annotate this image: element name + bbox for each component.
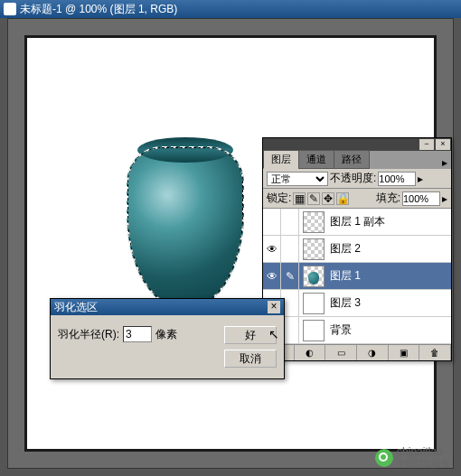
blend-row: 正常 不透明度: ▸ [263, 169, 451, 188]
layer-list: 图层 1 副本👁图层 2👁✎图层 1👁图层 3👁背景 [263, 209, 451, 344]
layer-thumbnail [303, 293, 325, 314]
layer-name[interactable]: 背景 [328, 322, 451, 338]
blend-mode-select[interactable]: 正常 [267, 172, 328, 186]
panel-footer: ● ◐ ▭ ◑ ▣ 🗑 [263, 344, 451, 360]
layer-row[interactable]: 👁背景 [263, 317, 451, 344]
layer-thumbnail [303, 211, 325, 233]
window-title: 未标题-1 @ 100% (图层 1, RGB) [20, 2, 457, 17]
lock-transparency-icon[interactable]: ▦ [293, 192, 306, 205]
fill-label: 填充: [376, 191, 400, 206]
layer-row[interactable]: 👁✎图层 1 [263, 263, 451, 290]
close-icon[interactable]: × [268, 301, 280, 313]
layer-name[interactable]: 图层 1 [328, 268, 451, 284]
layer-row[interactable]: 👁图层 3 [263, 290, 451, 317]
layer-set-button[interactable]: ▭ [325, 345, 357, 360]
lock-label: 锁定: [267, 191, 291, 206]
panel-controls: − × [263, 138, 451, 151]
panel-menu-icon[interactable]: ▸ [438, 156, 451, 169]
visibility-toggle[interactable]: 👁 [263, 236, 281, 263]
opacity-dropdown-icon[interactable]: ▸ [418, 173, 423, 185]
feather-dialog: 羽化选区 × 羽化半径(R): 像素 好 取消 [50, 298, 285, 379]
dialog-titlebar[interactable]: 羽化选区 × [51, 299, 284, 315]
layer-thumbnail [303, 320, 325, 341]
tab-channels[interactable]: 通道 [298, 150, 334, 169]
visibility-toggle[interactable] [263, 209, 281, 236]
opacity-input[interactable] [378, 172, 416, 186]
layer-name[interactable]: 图层 1 副本 [328, 214, 451, 229]
tab-paths[interactable]: 路径 [334, 150, 370, 169]
cancel-button[interactable]: 取消 [224, 350, 277, 368]
layer-name[interactable]: 图层 3 [328, 295, 451, 311]
layer-mask-button[interactable]: ◐ [295, 345, 326, 360]
window-titlebar: 未标题-1 @ 100% (图层 1, RGB) [0, 0, 461, 18]
layer-thumbnail [303, 238, 325, 260]
lock-move-icon[interactable]: ✥ [322, 192, 334, 205]
watermark: chinaitlab 中国IT实验室 [375, 445, 450, 471]
watermark-logo-icon [375, 449, 393, 467]
panel-tabs: 图层 通道 路径 ▸ [263, 151, 451, 169]
watermark-sub: 中国IT实验室 [397, 458, 450, 471]
link-toggle[interactable] [281, 209, 299, 236]
lock-brush-icon[interactable]: ✎ [307, 192, 320, 205]
radius-label: 羽化半径(R): [58, 327, 119, 342]
layer-row[interactable]: 👁图层 2 [263, 236, 451, 263]
radius-unit: 像素 [155, 327, 177, 342]
opacity-label: 不透明度: [330, 171, 376, 186]
layer-thumbnail [303, 266, 325, 287]
marquee-selection [127, 146, 244, 309]
close-panel-icon[interactable]: × [436, 139, 450, 150]
minimize-panel-icon[interactable]: − [419, 139, 434, 150]
fill-input[interactable] [402, 191, 440, 206]
radius-input[interactable] [123, 326, 152, 342]
new-layer-button[interactable]: ▣ [389, 345, 420, 360]
ok-button[interactable]: 好 [224, 326, 277, 344]
layer-row[interactable]: 图层 1 副本 [263, 209, 451, 236]
adjustment-layer-button[interactable]: ◑ [357, 345, 389, 360]
app-icon [4, 3, 16, 15]
delete-layer-button[interactable]: 🗑 [419, 345, 451, 360]
visibility-toggle[interactable]: 👁 [263, 263, 281, 290]
watermark-text: chinaitlab [397, 445, 443, 458]
lock-all-icon[interactable]: 🔒 [336, 192, 349, 205]
layer-name[interactable]: 图层 2 [328, 241, 451, 257]
tab-layers[interactable]: 图层 [263, 150, 299, 169]
dialog-title: 羽化选区 [54, 300, 98, 315]
fill-dropdown-icon[interactable]: ▸ [442, 192, 447, 205]
lock-row: 锁定: ▦ ✎ ✥ 🔒 填充: ▸ [263, 188, 451, 209]
layers-panel: − × 图层 通道 路径 ▸ 正常 不透明度: ▸ 锁定: ▦ ✎ ✥ 🔒 填充… [262, 137, 452, 361]
link-toggle[interactable] [281, 236, 299, 263]
link-toggle[interactable]: ✎ [281, 263, 299, 290]
dialog-body: 羽化半径(R): 像素 好 取消 [51, 315, 284, 378]
